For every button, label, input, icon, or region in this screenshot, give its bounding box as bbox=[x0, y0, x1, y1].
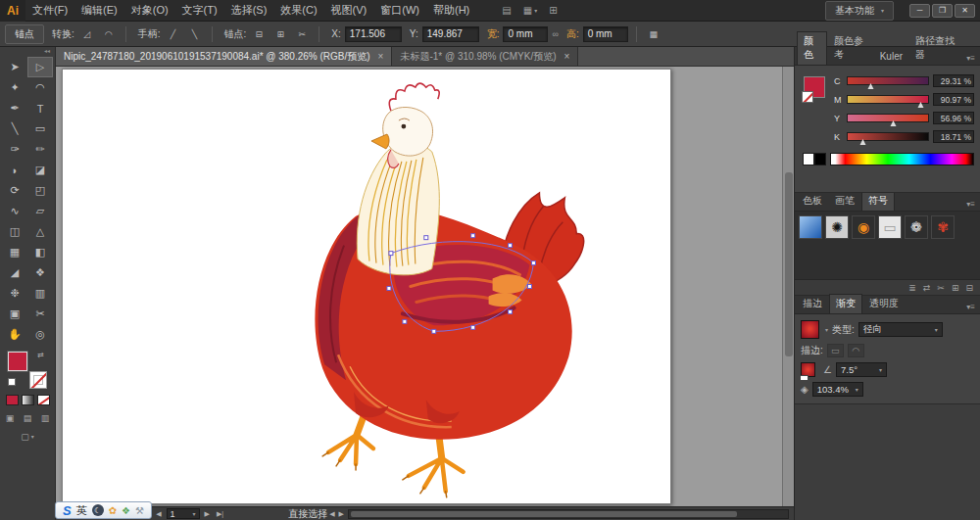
menu-item[interactable]: 文字(T) bbox=[175, 0, 224, 21]
add-anchor-icon[interactable]: ⊞ bbox=[271, 26, 289, 42]
constrain-proportions-icon[interactable]: ∞ bbox=[552, 29, 558, 39]
toolbox-icon[interactable]: ⚒ bbox=[135, 505, 144, 516]
symbol-box[interactable]: ▭ bbox=[878, 215, 902, 239]
tab-swatches[interactable]: 色板 bbox=[797, 192, 828, 211]
line-segment-tool[interactable]: ╲ bbox=[2, 118, 27, 139]
mesh-tool[interactable]: ▦ bbox=[2, 242, 27, 262]
channel-value[interactable]: 90.97 % bbox=[933, 93, 974, 106]
gradient-tool[interactable]: ◧ bbox=[27, 242, 53, 262]
slice-tool[interactable]: ✂ bbox=[27, 304, 53, 324]
document-tab[interactable]: 未标题-1* @ 310.98% (CMYK/预览) × bbox=[392, 47, 578, 66]
menu-item[interactable]: 视图(V) bbox=[324, 0, 374, 21]
next-artboard-icon[interactable]: ▶ bbox=[203, 510, 212, 518]
panel-menu-icon[interactable]: ▾≡ bbox=[963, 301, 978, 313]
width-input[interactable]: 0 mm bbox=[503, 26, 548, 42]
color-stroke-swatch[interactable] bbox=[802, 91, 813, 103]
free-transform-tool[interactable]: ▱ bbox=[27, 201, 53, 221]
tab-close-icon[interactable]: × bbox=[378, 51, 384, 62]
artboard-number-input[interactable]: 1 ▾ bbox=[167, 508, 200, 519]
dropdown-arrow-icon[interactable]: ▾ bbox=[825, 326, 828, 333]
sogou-logo[interactable]: S bbox=[63, 503, 72, 518]
color-spectrum[interactable] bbox=[830, 153, 974, 165]
width-tool[interactable]: ∿ bbox=[2, 201, 27, 221]
symbol-orange-dot[interactable]: ◉ bbox=[852, 215, 875, 239]
gradient-angle-input[interactable]: 7.5° ▾ bbox=[836, 362, 887, 377]
stroke-gradient-within-icon[interactable]: ▭ bbox=[827, 344, 844, 357]
delete-symbol-icon[interactable]: ⊟ bbox=[965, 283, 973, 293]
tab-close-icon[interactable]: × bbox=[564, 51, 570, 62]
show-handles-icon[interactable]: ╱ bbox=[165, 26, 182, 42]
slider-thumb-icon[interactable] bbox=[867, 83, 873, 89]
place-symbol-icon[interactable]: ⇄ bbox=[923, 283, 931, 293]
restore-icon[interactable]: ❐ bbox=[932, 4, 953, 18]
menu-item[interactable]: 文件(F) bbox=[25, 0, 74, 21]
arrange-documents-icon[interactable]: ▦▾ bbox=[523, 5, 537, 16]
transform-options-icon[interactable]: ▦ bbox=[645, 26, 662, 42]
menu-item[interactable]: 帮助(H) bbox=[426, 0, 476, 21]
panel-menu-icon[interactable]: ▾≡ bbox=[963, 52, 978, 65]
shape-builder-tool[interactable]: ◫ bbox=[2, 221, 27, 242]
channel-slider[interactable] bbox=[847, 114, 929, 122]
app-logo[interactable]: Ai bbox=[0, 0, 25, 22]
scroll-left-icon[interactable]: ◀ bbox=[327, 510, 336, 518]
selection-tool[interactable]: ➤ bbox=[2, 57, 27, 77]
swap-fill-stroke-icon[interactable]: ⇄ bbox=[37, 351, 44, 359]
tab-color[interactable]: 颜色 bbox=[797, 31, 827, 65]
gradient-aspect-input[interactable]: 103.4% ▾ bbox=[812, 382, 863, 397]
vertical-scrollbar-thumb[interactable] bbox=[785, 172, 793, 357]
toolbar-collapse-icon[interactable]: ◂◂ bbox=[44, 47, 55, 57]
workspace-switcher[interactable]: 基本功能 ▾ bbox=[825, 1, 894, 21]
symbol-sprayer-tool[interactable]: ❉ bbox=[2, 283, 27, 304]
pen-tool[interactable]: ✒ bbox=[2, 98, 27, 118]
screen-mode-button[interactable]: ▢▾ bbox=[21, 430, 35, 443]
eraser-tool[interactable]: ◪ bbox=[27, 160, 53, 180]
draw-normal-icon[interactable]: ▣ bbox=[3, 411, 18, 424]
tab-symbols[interactable]: 符号 bbox=[861, 191, 895, 211]
height-input[interactable]: 0 mm bbox=[583, 26, 628, 42]
apply-none-button[interactable] bbox=[37, 395, 50, 405]
minimize-icon[interactable]: ─ bbox=[909, 4, 930, 18]
tab-brushes[interactable]: 画笔 bbox=[829, 192, 860, 211]
menu-item[interactable]: 选择(S) bbox=[224, 0, 274, 21]
prev-artboard-icon[interactable]: ◀ bbox=[154, 510, 163, 518]
eyedropper-tool[interactable]: ◢ bbox=[2, 262, 27, 283]
black-swatch[interactable] bbox=[814, 153, 826, 165]
channel-slider[interactable] bbox=[847, 132, 929, 141]
scale-tool[interactable]: ◰ bbox=[27, 180, 53, 201]
symbol-flower-outline[interactable]: ❁ bbox=[905, 215, 928, 239]
tab-stroke[interactable]: 描边 bbox=[797, 295, 828, 313]
hand-tool[interactable]: ✋ bbox=[2, 324, 27, 345]
ime-language-label[interactable]: 英 bbox=[76, 503, 87, 518]
emoji-icon[interactable]: ✿ bbox=[109, 505, 117, 516]
channel-value[interactable]: 29.31 % bbox=[933, 74, 974, 87]
lasso-tool[interactable]: ◠ bbox=[27, 77, 53, 98]
document-tab-active[interactable]: Nipic_24787180_20190610191537190084.ai* … bbox=[56, 47, 392, 66]
symbol-ink-splat[interactable]: ✺ bbox=[825, 215, 849, 239]
slider-thumb-icon[interactable] bbox=[859, 139, 865, 145]
last-artboard-icon[interactable]: ▶| bbox=[215, 510, 225, 518]
channel-slider[interactable] bbox=[847, 95, 929, 104]
new-symbol-icon[interactable]: ⊞ bbox=[952, 283, 959, 293]
channel-slider[interactable] bbox=[847, 76, 929, 85]
tab-color-guide[interactable]: 颜色参考 bbox=[828, 32, 873, 65]
magic-wand-tool[interactable]: ✦ bbox=[2, 77, 27, 98]
stroke-swatch[interactable] bbox=[29, 371, 47, 389]
remove-anchor-icon[interactable]: ⊟ bbox=[250, 26, 268, 42]
rotate-tool[interactable]: ⟳ bbox=[2, 180, 27, 201]
gradient-fill-proxy[interactable] bbox=[801, 362, 815, 377]
slider-thumb-icon[interactable] bbox=[917, 102, 923, 108]
symbol-red-flower[interactable]: ✾ bbox=[931, 215, 955, 239]
canvas[interactable] bbox=[56, 67, 794, 506]
bridge-icon[interactable]: ▤ bbox=[502, 5, 511, 16]
paintbrush-tool[interactable]: ✑ bbox=[2, 139, 27, 160]
artboard[interactable] bbox=[62, 69, 671, 504]
gradient-type-select[interactable]: 径向 ▾ bbox=[858, 322, 943, 337]
close-icon[interactable]: ✕ bbox=[955, 4, 975, 18]
workspace-grid-icon[interactable]: ⊞ bbox=[549, 5, 557, 16]
break-link-icon[interactable]: ✂ bbox=[937, 283, 945, 293]
channel-value[interactable]: 18.71 % bbox=[933, 130, 974, 143]
apply-color-button[interactable] bbox=[6, 395, 19, 405]
zoom-tool[interactable]: ◎ bbox=[27, 324, 53, 345]
blend-tool[interactable]: ❖ bbox=[27, 262, 53, 283]
rectangle-tool[interactable]: ▭ bbox=[27, 118, 53, 139]
